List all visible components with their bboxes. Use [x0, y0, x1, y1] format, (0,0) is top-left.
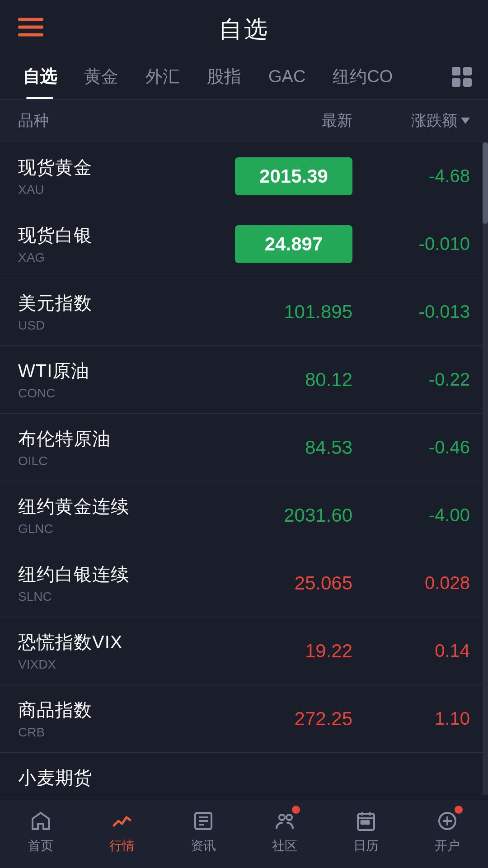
tab-waihui[interactable]: 外汇: [132, 54, 193, 99]
row-price-col: 84.53: [226, 437, 371, 458]
table-row[interactable]: 现货黄金 XAU 2015.39 -4.68: [0, 142, 488, 210]
row-change-col: -0.010: [371, 234, 470, 254]
table-body: 现货黄金 XAU 2015.39 -4.68 现货白银 XAG 24.897 -…: [0, 142, 488, 795]
table-row[interactable]: 纽约黄金连续 GLNC 2031.60 -4.00: [0, 481, 488, 549]
tab-guzhi[interactable]: 股指: [193, 54, 255, 99]
table-row[interactable]: 小麦期货: [0, 753, 488, 795]
col-header-price: 最新: [226, 110, 371, 131]
nav-item-calendar[interactable]: 日历: [325, 809, 407, 854]
sort-icon: [461, 118, 470, 124]
row-name-en: SLNC: [18, 590, 226, 604]
tab-newyork[interactable]: 纽约CO: [319, 54, 406, 99]
row-change-col: 1.10: [371, 708, 470, 729]
grid-icon: [452, 67, 472, 87]
market-icon: [110, 809, 134, 833]
menu-button[interactable]: [18, 18, 43, 37]
table-row[interactable]: 美元指数 USD 101.895 -0.013: [0, 278, 488, 346]
table-row[interactable]: 恐慌指数VIX VIXDX 19.22 0.14: [0, 617, 488, 685]
table-row[interactable]: 纽约白银连续 SLNC 25.065 0.028: [0, 549, 488, 617]
row-name-zh: 商品指数: [18, 698, 226, 722]
table-row[interactable]: 现货白银 XAG 24.897 -0.010: [0, 210, 488, 278]
menu-icon-line1: [18, 18, 43, 21]
row-name-en: VIXDX: [18, 657, 226, 672]
row-price-col: 2031.60: [226, 505, 371, 526]
menu-icon-line2: [18, 26, 43, 29]
table-row[interactable]: 商品指数 CRB 272.25 1.10: [0, 685, 488, 753]
row-change-col: -4.00: [371, 505, 470, 525]
row-name-en: OILC: [18, 454, 226, 468]
row-change-col: -0.013: [371, 302, 470, 322]
scrollbar-track[interactable]: [483, 142, 488, 795]
price-text: 80.12: [305, 369, 352, 390]
scrollbar-thumb[interactable]: [483, 142, 488, 224]
row-name-zh: 现货白银: [18, 223, 226, 248]
row-name-col: WTI原油 CONC: [18, 359, 226, 401]
row-price-col: 101.895: [226, 301, 371, 323]
nav-item-community[interactable]: 社区: [244, 809, 325, 854]
row-name-en: XAG: [18, 250, 226, 265]
row-name-zh: 现货黄金: [18, 155, 226, 180]
row-name-zh: 小麦期货: [18, 765, 470, 790]
row-change-col: 0.028: [371, 573, 470, 593]
row-name-en: GLNC: [18, 522, 226, 536]
nav-item-market[interactable]: 行情: [81, 809, 163, 854]
grid-cell-2: [463, 67, 472, 75]
row-name-en: CRB: [18, 725, 226, 740]
svg-point-4: [279, 815, 285, 820]
tab-zixuan[interactable]: 自选: [9, 54, 70, 99]
price-text: 101.895: [284, 301, 352, 322]
news-icon: [192, 809, 215, 833]
row-price-col: 19.22: [226, 640, 371, 662]
row-name-col: 恐慌指数VIX VIXDX: [18, 630, 226, 672]
row-name-zh: 布伦特原油: [18, 426, 226, 451]
row-name-en: USD: [18, 318, 226, 333]
grid-view-button[interactable]: [445, 60, 479, 94]
svg-rect-10: [361, 821, 364, 824]
grid-cell-3: [452, 78, 460, 87]
table-header: 品种 最新 涨跌额: [0, 99, 488, 142]
row-price-col: 80.12: [226, 369, 371, 391]
tab-huangjin[interactable]: 黄金: [70, 54, 132, 99]
row-price-col: 2015.39: [226, 157, 371, 195]
calendar-icon: [354, 809, 378, 833]
svg-point-5: [286, 815, 292, 820]
row-price-col: 24.897: [226, 225, 371, 263]
nav-label-open: 开户: [435, 837, 460, 854]
row-price-col: 272.25: [226, 708, 371, 730]
nav-label-news: 资讯: [191, 837, 216, 854]
row-name-en: XAU: [18, 183, 226, 197]
nav-item-news[interactable]: 资讯: [163, 809, 244, 854]
home-icon: [29, 809, 52, 833]
col-header-name: 品种: [18, 110, 226, 131]
nav-item-open[interactable]: 开户: [407, 809, 488, 854]
row-name-col: 纽约黄金连续 GLNC: [18, 494, 226, 536]
row-name-col: 纽约白银连续 SLNC: [18, 562, 226, 604]
row-name-col: 布伦特原油 OILC: [18, 426, 226, 468]
row-name-col: 现货白银 XAG: [18, 223, 226, 265]
row-change-col: 0.14: [371, 641, 470, 661]
svg-rect-11: [366, 821, 369, 824]
row-name-zh: 美元指数: [18, 291, 226, 316]
table-row[interactable]: 布伦特原油 OILC 84.53 -0.46: [0, 414, 488, 481]
row-price-col: 25.065: [226, 572, 371, 594]
menu-icon-line3: [18, 33, 43, 37]
row-change-col: -0.22: [371, 369, 470, 390]
grid-cell-4: [463, 78, 472, 87]
table-row[interactable]: WTI原油 CONC 80.12 -0.22: [0, 346, 488, 414]
row-name-col: 商品指数 CRB: [18, 698, 226, 740]
row-name-en: CONC: [18, 386, 226, 401]
tab-navigation: 自选 黄金 外汇 股指 GAC 纽约CO: [0, 54, 488, 99]
nav-label-community: 社区: [272, 837, 297, 854]
row-name-col: 小麦期货: [18, 765, 470, 790]
community-badge: [292, 806, 300, 814]
price-text: 84.53: [305, 437, 352, 458]
open-icon: [436, 809, 459, 833]
tab-gac[interactable]: GAC: [255, 56, 319, 97]
row-name-zh: WTI原油: [18, 359, 226, 383]
row-change-col: -0.46: [371, 437, 470, 458]
row-name-zh: 纽约白银连续: [18, 562, 226, 587]
bottom-navigation: 首页 行情 资讯: [0, 800, 488, 868]
row-name-zh: 恐慌指数VIX: [18, 630, 226, 655]
nav-item-home[interactable]: 首页: [0, 809, 81, 854]
price-text: 2031.60: [284, 505, 352, 526]
